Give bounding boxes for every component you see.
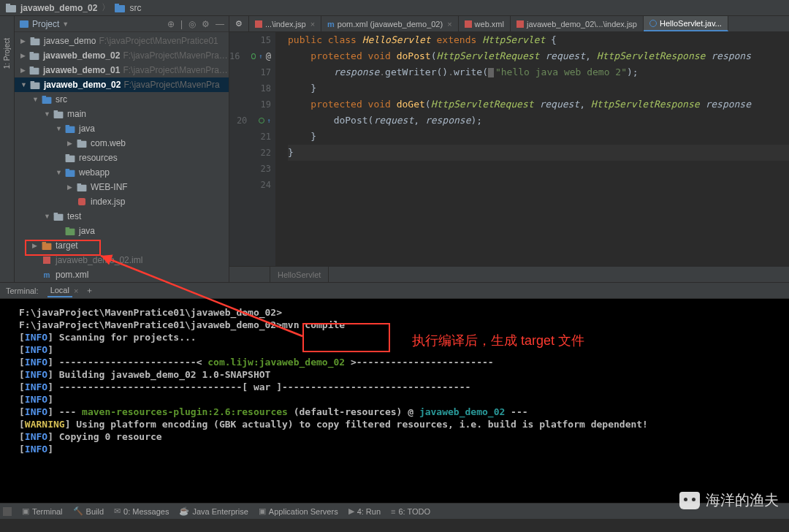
svg-rect-2 xyxy=(115,5,125,12)
svg-rect-7 xyxy=(30,53,39,59)
svg-rect-31 xyxy=(42,243,52,249)
tree-row[interactable]: ▼src xyxy=(15,92,229,107)
side-tab-project[interactable]: 1: Project xyxy=(3,38,11,69)
svg-rect-11 xyxy=(31,82,40,88)
statusbar-button[interactable]: 🔨 Build xyxy=(73,506,104,516)
project-title[interactable]: Project xyxy=(32,19,59,29)
chevron-right-icon: 〉 xyxy=(102,1,110,14)
svg-rect-6 xyxy=(31,37,35,39)
gear-icon[interactable]: ⚙ xyxy=(202,19,210,29)
editor-gutter: 1516 ↑@17181920 ↑21222324 xyxy=(229,32,276,266)
editor-tab-bar: ⚙ ...\index.jsp×mpom.xml (javaweb_demo_0… xyxy=(229,16,789,32)
terminal-label: Terminal: xyxy=(6,286,39,295)
svg-rect-25 xyxy=(77,184,87,191)
tree-row[interactable]: java xyxy=(15,224,229,238)
locate-icon[interactable]: ◎ xyxy=(188,19,196,29)
svg-rect-17 xyxy=(66,126,75,132)
svg-rect-0 xyxy=(6,5,16,12)
svg-rect-4 xyxy=(20,20,28,28)
new-terminal-button[interactable]: ＋ xyxy=(85,285,94,296)
code-body[interactable]: public class HelloServlet extends HttpSe… xyxy=(276,32,789,266)
folder-icon xyxy=(115,4,125,12)
svg-rect-16 xyxy=(54,110,58,113)
tree-row[interactable]: ▼webapp xyxy=(15,165,229,180)
tree-row[interactable]: javaweb_demo_02.iml xyxy=(15,253,229,267)
editor-tab[interactable]: HelloServlet.jav... xyxy=(644,16,728,31)
project-tool-window: Project ▼ ⊕ | ◎ ⚙ — ▶javase_demoF:\javaP… xyxy=(15,16,229,282)
svg-rect-29 xyxy=(66,228,75,235)
statusbar-button[interactable]: ☕ Java Enterprise xyxy=(179,506,248,516)
tree-row[interactable]: index.jsp xyxy=(15,194,229,209)
breadcrumb-folder[interactable]: src xyxy=(129,3,141,13)
annotation-text: 执行编译后，生成 target 文件 xyxy=(412,332,584,349)
terminal-body[interactable]: F:\javaProject\MavenPratice01\javaweb_de… xyxy=(0,299,789,503)
module-icon xyxy=(6,4,16,12)
tree-row[interactable]: ▶com.web xyxy=(15,136,229,151)
tree-row[interactable]: ▼main xyxy=(15,107,229,121)
breadcrumb-project[interactable]: javaweb_demo_02 xyxy=(20,3,97,13)
tree-row[interactable]: ▶javaweb_demo_01F:\javaProject\MavenPrat… xyxy=(15,63,229,77)
svg-rect-15 xyxy=(54,111,64,118)
tool-icon[interactable]: ⚙ xyxy=(229,16,249,31)
watermark: 海洋的渔夫 xyxy=(679,490,779,510)
editor-tab[interactable]: javaweb_demo_02\...\index.jsp xyxy=(511,16,644,31)
svg-rect-24 xyxy=(66,169,70,171)
project-header: Project ▼ ⊕ | ◎ ⚙ — xyxy=(15,16,229,32)
project-icon xyxy=(19,20,29,28)
svg-rect-22 xyxy=(66,154,70,156)
svg-rect-19 xyxy=(77,140,87,147)
svg-rect-12 xyxy=(31,81,35,83)
tree-row[interactable]: ▼test xyxy=(15,209,229,224)
svg-rect-5 xyxy=(31,38,40,45)
close-icon: × xyxy=(447,20,451,28)
tree-row[interactable]: ▶javaweb_demo_02F:\javaProject\MavenPrat… xyxy=(15,48,229,63)
svg-rect-26 xyxy=(77,183,82,186)
svg-rect-1 xyxy=(6,4,10,6)
svg-rect-30 xyxy=(66,227,70,229)
wechat-icon xyxy=(679,492,700,509)
tree-row[interactable]: mpom.xml xyxy=(15,267,229,282)
code-editor[interactable]: 1516 ↑@17181920 ↑21222324 public class H… xyxy=(229,16,789,282)
svg-rect-18 xyxy=(66,125,70,127)
tree-row[interactable]: ▼javaweb_demo_02F:\javaProject\MavenPra xyxy=(15,77,229,92)
editor-breadcrumb: HelloServlet xyxy=(229,266,789,282)
svg-rect-32 xyxy=(42,242,47,244)
project-tree[interactable]: ▶javase_demoF:\javaProject\MavenPratice0… xyxy=(15,32,229,282)
tree-row[interactable]: ▶target xyxy=(15,238,229,253)
svg-rect-23 xyxy=(66,170,75,176)
hide-icon[interactable]: — xyxy=(216,19,224,29)
close-icon[interactable]: × xyxy=(74,286,78,295)
statusbar-button[interactable]: ▣ Application Servers xyxy=(259,506,338,516)
svg-rect-3 xyxy=(115,4,119,6)
svg-rect-21 xyxy=(66,155,75,162)
svg-rect-10 xyxy=(30,66,34,69)
tree-row[interactable]: ▶WEB-INF xyxy=(15,180,229,194)
tree-row[interactable]: ▶javase_demoF:\javaProject\MavenPratice0… xyxy=(15,34,229,48)
status-bar: ▣ Terminal🔨 Build✉ 0: Messages☕ Java Ent… xyxy=(0,503,789,519)
statusbar-corner-icon[interactable] xyxy=(3,507,12,516)
editor-tab[interactable]: web.xml xyxy=(459,16,511,31)
close-icon: × xyxy=(310,20,315,28)
svg-rect-14 xyxy=(42,96,47,98)
terminal-panel: Terminal: Local × ＋ F:\javaProject\Maven… xyxy=(0,282,789,503)
tree-row[interactable]: ▼java xyxy=(15,121,229,136)
chevron-down-icon[interactable]: ▼ xyxy=(62,20,69,28)
collapse-icon[interactable]: ⊕ xyxy=(167,19,175,29)
path-breadcrumb: javaweb_demo_02 〉 src xyxy=(0,0,789,16)
svg-rect-13 xyxy=(42,96,52,103)
terminal-tab-bar: Terminal: Local × ＋ xyxy=(0,283,789,299)
editor-tab[interactable]: ...\index.jsp× xyxy=(249,16,321,31)
svg-rect-9 xyxy=(30,67,39,74)
editor-tab[interactable]: mpom.xml (javaweb_demo_02)× xyxy=(321,16,459,31)
statusbar-button[interactable]: ✉ 0: Messages xyxy=(114,506,169,516)
left-tool-strip: 1: Project xyxy=(0,16,15,282)
statusbar-button[interactable]: ▶ 4: Run xyxy=(348,506,381,516)
svg-rect-20 xyxy=(77,140,82,142)
crumb-class[interactable]: HelloServlet xyxy=(270,267,329,282)
svg-rect-27 xyxy=(54,213,64,220)
statusbar-button[interactable]: ▣ Terminal xyxy=(22,506,63,516)
terminal-tab-local[interactable]: Local xyxy=(47,284,72,297)
tree-row[interactable]: resources xyxy=(15,151,229,165)
svg-rect-8 xyxy=(30,52,34,54)
statusbar-button[interactable]: ≡ 6: TODO xyxy=(391,507,430,516)
